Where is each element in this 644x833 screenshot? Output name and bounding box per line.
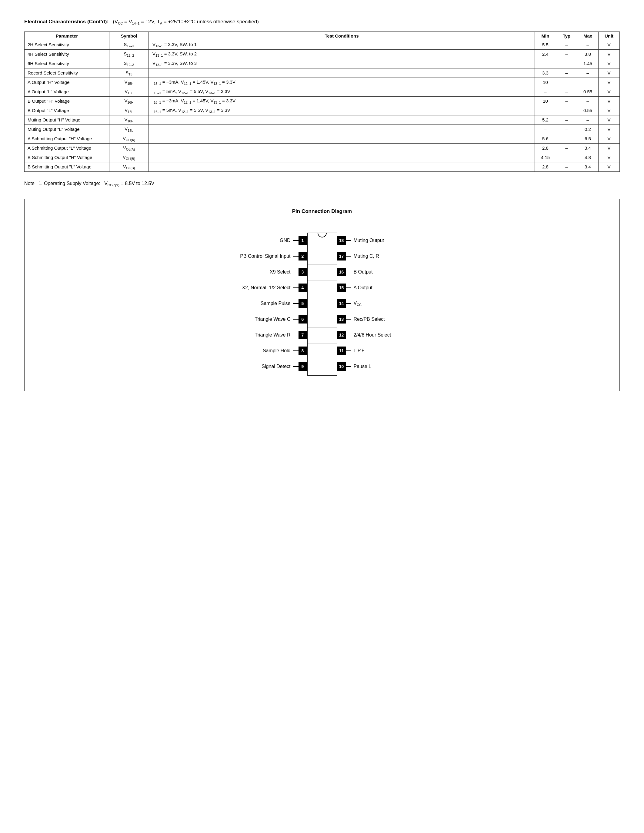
pin-label-right: Muting C, R (351, 254, 430, 259)
pin-number: 17 (337, 252, 346, 261)
cell-max: 0.55 (577, 106, 599, 115)
cell-max: 3.4 (577, 143, 599, 153)
cell-test (149, 143, 535, 153)
cell-unit: V (599, 134, 620, 143)
cell-typ: – (556, 40, 577, 49)
cell-param: 6H Select Sensitivity (24, 59, 109, 68)
cell-unit: V (599, 124, 620, 134)
cell-typ: – (556, 106, 577, 115)
pin-number: 18 (337, 236, 346, 245)
cell-param: B Output "H" Voltage (24, 96, 109, 106)
cell-max: – (577, 115, 599, 124)
cell-min: – (535, 106, 556, 115)
cell-max: 3.4 (577, 162, 599, 172)
cell-max: – (577, 68, 599, 77)
cell-test: I16–1 = 5mA, V12–1 = 5.5V, V13–1 = 3.3V (149, 106, 535, 115)
cell-param: A Schmitting Output "L" Voltage (24, 143, 109, 153)
table-row: A Output "H" VoltageV15HI15–1 = −3mA, V1… (24, 77, 620, 87)
cell-unit: V (599, 59, 620, 68)
pin-line-left (293, 272, 298, 272)
cell-test (149, 162, 535, 172)
cell-test (149, 124, 535, 134)
pin-line-right (346, 366, 351, 367)
table-row: Muting Output "H" VoltageV18H5.2––V (24, 115, 620, 124)
cell-max: 0.55 (577, 87, 599, 96)
ic-cell (308, 249, 337, 265)
table-row: 4H Select SensitivityS12–2V13–1 = 3.3V, … (24, 49, 620, 59)
cell-param: A Schmitting Output "H" Voltage (24, 134, 109, 143)
note-text: Note 1. Operating Supply Voltage: VCC(op… (24, 181, 620, 187)
pin-label-right: VCC (351, 301, 430, 307)
pin-number: 13 (337, 315, 346, 323)
pin-number: 16 (337, 268, 346, 276)
cell-param: B Output "L" Voltage (24, 106, 109, 115)
cell-test: V13–1 = 3.3V, SW. to 1 (149, 40, 535, 49)
cell-typ: – (556, 115, 577, 124)
cell-typ: – (556, 87, 577, 96)
cell-unit: V (599, 162, 620, 172)
cell-test: I16–1 = −3mA, V12–1 = 1.45V, V13–1 = 3.3… (149, 96, 535, 106)
cell-test: V13–1 = 3.3V, SW. to 2 (149, 49, 535, 59)
pin-number: 8 (298, 347, 307, 355)
cell-symbol: V18H (109, 115, 149, 124)
cell-typ: – (556, 68, 577, 77)
cell-min: – (535, 87, 556, 96)
cell-typ: – (556, 96, 577, 106)
cell-param: 4H Select Sensitivity (24, 49, 109, 59)
pin-label-left: Signal Detect (214, 364, 293, 369)
right-pin-row: 10Pause L (337, 359, 430, 375)
cell-test: I15–1 = −3mA, V12–1 = 1.45V, V13–1 = 3.3… (149, 77, 535, 87)
pin-number: 10 (337, 362, 346, 371)
table-row: B Output "L" VoltageV16LI16–1 = 5mA, V12… (24, 106, 620, 115)
left-pin-row: Sample Pulse5 (214, 296, 307, 311)
pin-number: 9 (298, 362, 307, 371)
left-pin-row: PB Control Signal Input2 (214, 248, 307, 264)
cell-test (149, 134, 535, 143)
cell-min: – (535, 59, 556, 68)
pin-line-left (293, 240, 298, 241)
cell-symbol: V16H (109, 96, 149, 106)
left-pin-row: X9 Select3 (214, 264, 307, 280)
left-pin-row: GND1 (214, 233, 307, 248)
cell-symbol: VOL(B) (109, 162, 149, 172)
pin-label-right: 2/4/6 Hour Select (351, 332, 430, 338)
cell-param: A Output "H" Voltage (24, 77, 109, 87)
col-header-unit: Unit (599, 32, 620, 40)
cell-param: A Output "L" Voltage (24, 87, 109, 96)
cell-symbol: S12–3 (109, 59, 149, 68)
elec-table: Parameter Symbol Test Conditions Min Typ… (24, 32, 620, 172)
cell-param: B Schmitting Output "H" Voltage (24, 153, 109, 162)
pin-line-right (346, 288, 351, 288)
cell-min: 5.6 (535, 134, 556, 143)
cell-typ: – (556, 153, 577, 162)
right-pin-row: 15A Output (337, 280, 430, 296)
right-pin-row: 11L.P.F. (337, 343, 430, 359)
cell-min: 10 (535, 96, 556, 106)
cell-param: Muting Output "L" Voltage (24, 124, 109, 134)
col-header-max: Max (577, 32, 599, 40)
table-row: A Schmitting Output "L" VoltageVOL(A)2.8… (24, 143, 620, 153)
pin-line-right (346, 303, 351, 304)
cell-typ: – (556, 124, 577, 134)
pin-number: 7 (298, 331, 307, 339)
cell-unit: V (599, 68, 620, 77)
pin-diagram-title: Pin Connection Diagram (37, 208, 607, 214)
cell-test (149, 68, 535, 77)
pin-line-right (346, 351, 351, 351)
pin-number: 6 (298, 315, 307, 323)
pin-line-right (346, 319, 351, 320)
ic-cell (308, 280, 337, 296)
cell-typ: – (556, 59, 577, 68)
pin-number: 11 (337, 347, 346, 355)
cell-param: B Schmitting Output "L" Voltage (24, 162, 109, 172)
ic-cell (308, 328, 337, 344)
pin-label-left: Triangle Wave R (214, 332, 293, 338)
pin-label-left: GND (214, 238, 293, 243)
pin-diagram-box: Pin Connection Diagram GND1PB Control Si… (24, 199, 620, 391)
left-pin-row: Sample Hold8 (214, 343, 307, 359)
page-title: Electrical Characteristics (Cont'd): (VC… (24, 18, 620, 26)
table-row: Record Select SensitivityS133.3––V (24, 68, 620, 77)
cell-test: I15–1 = 5mA, V12–1 = 5.5V, V13–1 = 3.3V (149, 87, 535, 96)
ic-body (307, 233, 337, 376)
pin-label-right: A Output (351, 285, 430, 291)
